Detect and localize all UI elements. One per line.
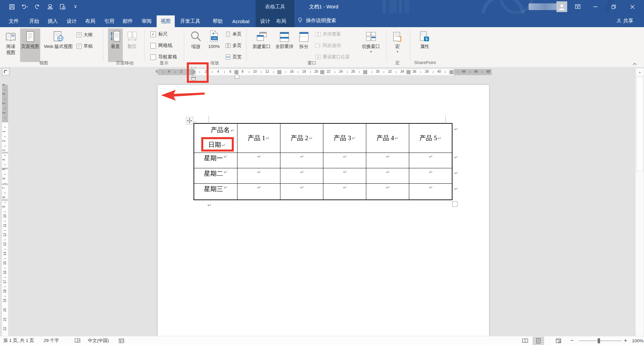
table-cell-empty[interactable]: ↵ [237,168,280,183]
minimize-button[interactable] [588,0,603,13]
tab-邮件[interactable]: 邮件 [119,15,137,27]
table-cell-empty[interactable]: ↵ [366,153,409,168]
table-cell-empty[interactable]: ↵ [323,168,366,183]
read-mode-button[interactable]: 阅读视图 [3,28,19,56]
restore-button[interactable] [606,0,621,13]
navigation-pane-checkbox[interactable] [150,54,156,60]
save-icon[interactable] [8,2,15,11]
redo-icon[interactable] [34,2,41,11]
ruler-checkbox[interactable]: ✓ [150,32,156,37]
web-layout-view-button[interactable] [553,337,564,345]
tab-布局[interactable]: 布局 [81,15,99,27]
tab-帮助[interactable]: 帮助 [209,15,227,27]
table-cell-empty[interactable]: ↵ [409,184,452,199]
ruler-checkbox-row[interactable]: ✓ 标尺 [150,31,168,37]
undo-icon[interactable] [21,2,28,11]
print-preview-icon[interactable] [59,2,66,11]
table-column-marker[interactable] [363,70,367,74]
table-cell-empty[interactable]: ↵ [366,168,409,183]
table-header-cell[interactable]: 产品 5↵ [409,124,452,153]
document-table[interactable]: 产品名↵日期↵产品 1↵产品 2↵产品 3↵产品 4↵产品 5↵星期一↵↵↵↵↵… [194,123,452,200]
tab-文件[interactable]: 文件 [5,15,23,27]
ribbon-display-options-icon[interactable] [573,3,582,11]
draft-view-button[interactable]: 草稿 [76,43,93,49]
scrollbar-thumb[interactable] [636,77,643,171]
vertical-page-movement-button[interactable]: 垂直 [108,28,123,62]
zoom-level-status[interactable]: 100% [632,336,644,345]
table-cell-empty[interactable]: ↵ [323,153,366,168]
table-row-label-cell[interactable]: 星期三↵ [194,184,237,199]
table-header-cell[interactable]: 产品 3↵ [323,124,366,153]
table-column-marker[interactable] [277,70,281,74]
sharepoint-properties-button[interactable]: S 属性 [417,28,432,50]
close-button[interactable] [625,0,640,13]
outline-view-button[interactable]: 大纲 [76,32,93,38]
language-status[interactable]: 中文(中国) [88,336,109,345]
collapse-ribbon-icon[interactable] [633,61,637,67]
contextual-tab-布局[interactable]: 布局 [272,15,290,27]
tab-插入[interactable]: 插入 [44,15,62,27]
page-width-button[interactable]: 页宽 [225,54,241,60]
horizontal-ruler[interactable]: 6422468101214161820222426283032343638404… [0,69,644,75]
table-move-handle[interactable] [186,117,193,124]
gridlines-checkbox[interactable] [150,43,156,49]
table-cell-empty[interactable]: ↵ [409,153,452,168]
navigation-pane-checkbox-row[interactable]: 导航窗格 [150,54,177,60]
table-column-marker[interactable] [320,70,324,74]
table-column-marker[interactable] [407,70,411,74]
zoom-in-button[interactable]: + [624,336,627,345]
right-indent-marker[interactable] [235,74,239,78]
arrange-all-button[interactable]: 全部重排 [274,28,295,50]
contextual-tab-设计[interactable]: 设计 [256,15,274,27]
tab-Acrobat[interactable]: Acrobat [228,15,254,27]
new-window-button[interactable]: 新建窗口 [251,28,272,50]
print-layout-view-button[interactable] [533,337,544,345]
page-number-status[interactable]: 第 1 页, 共 1 页 [3,336,34,345]
table-cell-empty[interactable]: ↵ [280,168,323,183]
web-layout-button[interactable]: Web 版式视图 [42,28,75,50]
vertical-ruler[interactable]: 432112345678910111213141516171819202122 [2,67,8,336]
table-header-cell[interactable]: 产品 4↵ [366,124,409,153]
table-header-cell[interactable]: 产品 2↵ [280,124,323,153]
table-row-label-cell[interactable]: 星期二↵ [194,168,237,183]
zoom-out-button[interactable]: − [570,336,574,345]
table-cell-empty[interactable]: ↵ [280,184,323,199]
table-cell-empty[interactable]: ↵ [237,153,280,168]
multiple-pages-button[interactable]: 多页 [225,43,241,49]
print-layout-button[interactable]: 页面视图 [20,28,40,62]
table-cell-empty[interactable]: ↵ [366,184,409,199]
macros-button[interactable]: 宏 ▾ [390,28,405,53]
table-column-marker[interactable] [449,70,453,74]
word-count-status[interactable]: 29 个字 [44,336,59,345]
table-cell-empty[interactable]: ↵ [280,153,323,168]
scroll-up-icon[interactable]: ▲ [636,68,644,76]
zoom-slider-track[interactable] [579,341,622,341]
tab-设计[interactable]: 设计 [63,15,81,27]
switch-windows-button[interactable]: 切换窗口 ▾ [360,28,382,53]
tab-引用[interactable]: 引用 [100,15,118,27]
stamp-icon[interactable] [46,2,54,11]
vertical-scrollbar[interactable]: ▲ [635,68,644,336]
table-cell-empty[interactable]: ↵ [237,184,280,199]
table-resize-handle[interactable] [452,202,458,207]
one-page-button[interactable]: 单页 [225,31,241,37]
tab-审阅[interactable]: 审阅 [138,15,156,27]
ime-status-icon[interactable] [119,336,124,345]
avatar[interactable] [556,1,567,12]
table-row-label-cell[interactable]: 星期一↵ [194,153,237,168]
read-mode-view-button[interactable] [519,337,531,345]
share-button[interactable]: 共享 [616,16,633,25]
tell-me-search[interactable]: 操作说明搜索 [298,15,336,25]
tab-视图[interactable]: 视图 [157,15,175,27]
tab-开始[interactable]: 开始 [25,15,43,27]
tab-开发工具[interactable]: 开发工具 [176,15,204,27]
proofing-status-icon[interactable] [74,336,80,345]
zoom-100-button[interactable]: 100 100% [205,28,223,50]
zoom-button[interactable]: 缩放 [188,28,204,50]
zoom-slider-handle[interactable] [598,338,600,343]
split-button[interactable]: 拆分 [297,28,311,50]
document-page[interactable]: 产品名↵日期↵产品 1↵产品 2↵产品 3↵产品 4↵产品 5↵星期一↵↵↵↵↵… [158,85,489,336]
table-cell-empty[interactable]: ↵ [409,168,452,183]
gridlines-checkbox-row[interactable]: 网格线 [150,43,172,49]
table-cell-empty[interactable]: ↵ [323,184,366,199]
